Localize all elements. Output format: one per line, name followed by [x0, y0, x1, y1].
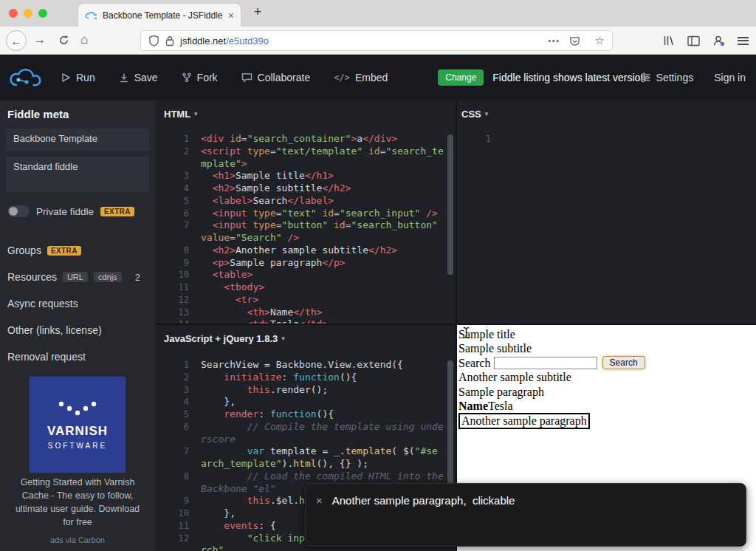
- code-line[interactable]: 4 },: [155, 396, 456, 408]
- run-label: Run: [76, 72, 95, 83]
- chevron-down-icon: ▾: [485, 110, 489, 117]
- varnish-brand: VARNISH: [47, 424, 108, 439]
- close-window-button[interactable]: [9, 9, 18, 18]
- jsfiddle-logo[interactable]: [7, 64, 41, 92]
- html-editor-scrollbar[interactable]: [447, 134, 453, 275]
- back-arrow-icon: ←: [11, 35, 22, 47]
- sign-in-link[interactable]: Sign in: [714, 72, 746, 83]
- ad-text-link[interactable]: Getting Started with Varnish Cache - The…: [9, 476, 146, 529]
- result-table-row: NameTesla: [458, 399, 756, 413]
- sidebar-item-async-requests[interactable]: Async requests: [7, 298, 148, 309]
- js-panel-menu[interactable]: JavaScript + jQuery 1.8.3▾: [155, 325, 456, 357]
- browser-tab[interactable]: Backbone Template - JSFiddle ×: [78, 4, 241, 27]
- reload-button[interactable]: [58, 35, 69, 49]
- fiddle-listing-notice: Fiddle listing shows latest version: [492, 72, 646, 83]
- code-line[interactable]: 7 <input type="button" id="search_button…: [155, 219, 456, 232]
- new-tab-button[interactable]: +: [250, 4, 266, 20]
- code-line[interactable]: value="Search" />: [155, 232, 456, 244]
- run-button[interactable]: Run: [61, 72, 95, 83]
- back-button[interactable]: ←: [6, 30, 27, 51]
- mouse-ibeam-cursor: [462, 326, 470, 339]
- embed-button[interactable]: </> Embed: [334, 72, 388, 83]
- code-line[interactable]: 1<div id="search_container">a</div>: [155, 133, 456, 146]
- css-editor[interactable]: 1: [457, 133, 756, 324]
- code-line[interactable]: 11 <tbody>: [155, 281, 456, 294]
- jsfiddle-header: Run Save Fork Collaborate </> Embed Chan…: [0, 55, 756, 100]
- code-line[interactable]: 1SearchView = Backbone.View.extend({: [155, 359, 456, 372]
- account-icon[interactable]: [712, 35, 725, 47]
- code-line[interactable]: 3 this.render();: [155, 384, 456, 397]
- code-line[interactable]: 3 <h1>Sample title</h1>: [155, 170, 456, 182]
- page-actions-icon[interactable]: •••: [548, 36, 560, 45]
- code-line[interactable]: 9 <p>Sample paragraph</p>: [155, 257, 456, 270]
- url-bar[interactable]: jsfiddle.net/e5utd39o ••• ☆: [140, 30, 613, 51]
- varnish-ad-image[interactable]: VARNISH SOFTWARE: [30, 377, 126, 473]
- code-line[interactable]: arch_template").html(), {} );: [155, 458, 456, 470]
- groups-label: Groups: [7, 244, 41, 256]
- code-line[interactable]: 4 <h2>Sample subtitle</h2>: [155, 182, 456, 195]
- change-button[interactable]: Change: [438, 69, 484, 86]
- fiddle-description-field[interactable]: Standard fiddle: [6, 157, 149, 192]
- code-line[interactable]: rscore: [155, 434, 456, 446]
- code-line[interactable]: 2<script type="text/template" id="search…: [155, 146, 456, 158]
- result-search-input[interactable]: [494, 357, 597, 369]
- ads-via-carbon-link[interactable]: ads via Carbon: [0, 535, 155, 544]
- console-close-icon[interactable]: ×: [316, 493, 323, 508]
- code-line[interactable]: 2 initialize: function(){: [155, 372, 456, 384]
- connection-lock-icon[interactable]: [165, 35, 174, 47]
- menu-hamburger-icon[interactable]: [738, 37, 749, 45]
- html-editor[interactable]: 1<div id="search_container">a</div>2<scr…: [155, 133, 456, 324]
- private-fiddle-toggle[interactable]: [7, 205, 30, 217]
- sidebar-toggle-icon[interactable]: [687, 35, 700, 47]
- result-sample-subtitle: Sample subtitle: [458, 341, 756, 355]
- tab-close-icon[interactable]: ×: [228, 10, 234, 21]
- sidebar-item-groups[interactable]: Groups EXTRA: [7, 244, 148, 256]
- home-button[interactable]: ⌂: [80, 32, 88, 47]
- library-icon[interactable]: [663, 35, 675, 47]
- code-line[interactable]: 5 <label>Search</label>: [155, 195, 456, 208]
- forward-button[interactable]: →: [34, 33, 46, 47]
- embed-code-icon: </>: [334, 72, 350, 83]
- save-label: Save: [134, 72, 158, 83]
- result-search-button[interactable]: Search: [602, 356, 645, 369]
- fork-button[interactable]: Fork: [182, 72, 218, 83]
- reload-icon: [58, 35, 69, 46]
- code-line[interactable]: 8 // Load the compiled HTML into the: [155, 470, 456, 483]
- tracking-protection-shield-icon[interactable]: [148, 35, 159, 47]
- jsfiddle-favicon-icon: [85, 10, 97, 21]
- css-panel-menu[interactable]: CSS▾: [457, 100, 756, 133]
- code-line[interactable]: mplate">: [155, 158, 456, 171]
- code-line[interactable]: 12 <tr>: [155, 294, 456, 307]
- css-panel: CSS▾ 1: [457, 100, 756, 324]
- html-panel-menu[interactable]: HTML▾: [155, 100, 456, 133]
- code-line[interactable]: 14 <td>Tesla</td>: [155, 318, 456, 324]
- fullscreen-window-button[interactable]: [38, 9, 47, 18]
- pocket-icon[interactable]: [569, 35, 580, 47]
- private-fiddle-row: Private fiddle EXTRA: [7, 205, 134, 217]
- code-line[interactable]: 7 var template = _.template( $("#se: [155, 445, 456, 458]
- save-button[interactable]: Save: [119, 72, 158, 83]
- code-line[interactable]: 6 // Compile the template using unde: [155, 421, 456, 434]
- minimize-window-button[interactable]: [24, 9, 32, 18]
- code-line[interactable]: 5 render: function(){: [155, 408, 456, 421]
- extra-badge: EXTRA: [47, 246, 81, 256]
- code-line[interactable]: 10 <table>: [155, 269, 456, 281]
- result-sample-title: Sample title: [458, 327, 756, 341]
- sidebar: Fiddle meta Backbone Template Standard f…: [0, 100, 155, 551]
- other-label: Other (links, license): [7, 324, 102, 336]
- settings-button[interactable]: Settings: [640, 72, 694, 83]
- result-clickable-paragraph[interactable]: Another sample paragraph: [458, 413, 590, 429]
- code-line[interactable]: 6 <input type="text" id="search_input" /…: [155, 208, 456, 220]
- js-editor-scrollbar[interactable]: [447, 360, 453, 485]
- chevron-down-icon: ▾: [194, 110, 198, 117]
- code-line[interactable]: 1: [457, 133, 756, 146]
- fiddle-title-field[interactable]: Backbone Template: [6, 129, 149, 151]
- sidebar-item-other[interactable]: Other (links, license): [7, 324, 148, 336]
- sidebar-item-resources[interactable]: Resources URL cdnjs 2: [7, 271, 148, 283]
- collaborate-button[interactable]: Collaborate: [241, 72, 311, 83]
- url-path: /e5utd39o: [226, 35, 269, 47]
- code-line[interactable]: 8 <h2>Another sample subtitle</h2>: [155, 244, 456, 257]
- code-line[interactable]: 13 <th>Name</th>: [155, 307, 456, 319]
- sidebar-item-removal-request[interactable]: Removal request: [7, 351, 148, 363]
- bookmark-star-icon[interactable]: ☆: [595, 34, 605, 47]
